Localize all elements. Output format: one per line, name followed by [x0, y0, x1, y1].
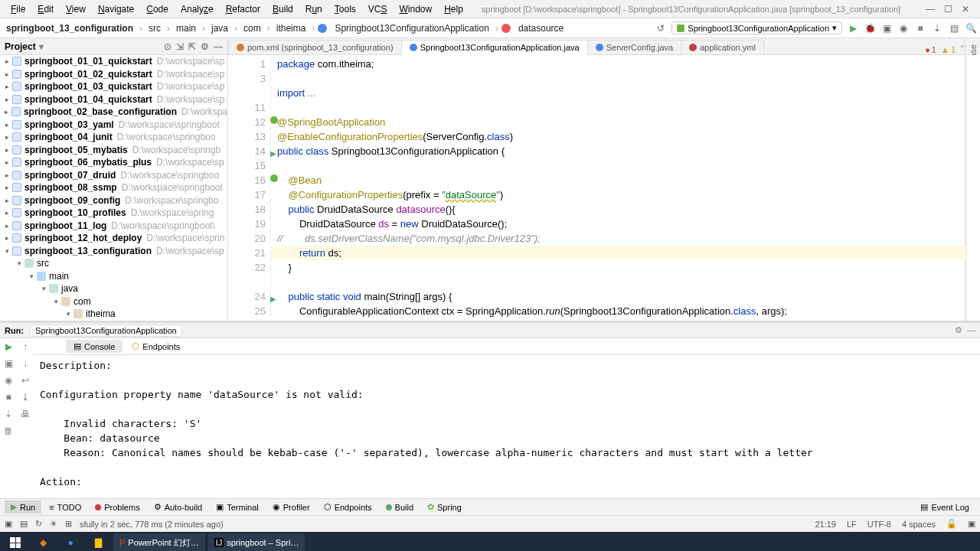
run-sidebar-icon[interactable]: ▣ — [5, 358, 13, 369]
status-icon[interactable]: ▤ — [20, 519, 28, 529]
crumb-src[interactable]: src — [145, 21, 164, 35]
event-log-tab[interactable]: ▤Event Log — [914, 500, 975, 514]
hide-icon[interactable]: — — [967, 325, 975, 335]
taskbar-chrome[interactable]: ● — [58, 533, 83, 551]
crumb-main[interactable]: main — [173, 21, 199, 35]
maximize-button[interactable]: ☐ — [944, 4, 952, 15]
hide-icon[interactable]: — — [214, 41, 223, 52]
rerun-button[interactable]: ▶ — [5, 341, 12, 352]
gear-icon[interactable]: ⚙ — [201, 41, 209, 52]
error-count-badge[interactable]: ● 1 — [925, 45, 936, 54]
tree-module[interactable]: ▸springboot_10_profilesD:\workspace\spri… — [0, 207, 227, 220]
status-icon[interactable]: ↻ — [35, 519, 42, 529]
tree-module[interactable]: ▸springboot_01_04_quickstartD:\workspace… — [0, 93, 227, 106]
tree-module[interactable]: ▸springboot_11_logD:\workspace\springboo… — [0, 220, 227, 233]
bottom-todo-tab[interactable]: ≡TODO — [43, 501, 87, 514]
bottom-spring-tab[interactable]: ✿Spring — [421, 500, 468, 514]
tree-module[interactable]: ▸springboot_01_03_quickstartD:\workspace… — [0, 80, 227, 93]
status-icon[interactable]: ▣ — [5, 519, 12, 529]
editor-tab[interactable]: Springboot13ConfigurationApplication.jav… — [401, 40, 588, 55]
menu-analyze[interactable]: Analyze — [175, 2, 220, 16]
minimize-button[interactable]: — — [926, 4, 935, 15]
menu-refactor[interactable]: Refactor — [220, 2, 266, 16]
menu-tools[interactable]: Tools — [328, 2, 362, 16]
readonly-lock-icon[interactable]: 🔓 — [946, 519, 957, 529]
taskbar-explorer[interactable]: ▇ — [86, 533, 110, 551]
run-config-display[interactable]: Springboot13ConfigurationApplication — [30, 324, 182, 337]
taskbar-powerpoint[interactable]: PPowerPoint 幻灯… — [113, 533, 205, 551]
menu-edit[interactable]: Edit — [31, 2, 60, 16]
stop-button[interactable]: ■ — [914, 22, 926, 34]
run-sidebar-icon[interactable]: ◉ — [5, 375, 12, 386]
run-sidebar-stop[interactable]: ■ — [5, 392, 11, 403]
console-output[interactable]: Description: Configuration property name… — [34, 355, 980, 498]
menu-navigate[interactable]: Navigate — [92, 2, 140, 16]
bottom-problems-tab[interactable]: Problems — [89, 501, 145, 514]
tree-dir[interactable]: ▾main — [0, 270, 227, 283]
menu-file[interactable]: File — [5, 2, 31, 16]
tree-module[interactable]: ▸springboot_07_druidD:\workspace\springb… — [0, 169, 227, 182]
expand-all-icon[interactable]: ⇲ — [176, 41, 184, 52]
editor-tab[interactable]: pom.xml (springboot_13_configuration) — [228, 40, 402, 54]
tree-module[interactable]: ▸springboot_03_yamlD:\workspace\springbo… — [0, 119, 227, 132]
editor-tab[interactable]: ServerConfig.java — [587, 40, 681, 54]
tree-dir[interactable]: ▾com — [0, 295, 227, 308]
menu-help[interactable]: Help — [438, 2, 469, 16]
endpoints-tab[interactable]: ⬡Endpoints — [124, 340, 188, 353]
editor-tab[interactable]: application.yml — [681, 40, 764, 54]
tree-module[interactable]: ▸springboot_06_mybatis_plusD:\workspace\… — [0, 156, 227, 169]
tree-module[interactable]: ▸springboot_02_base_configurationD:\work… — [0, 106, 227, 119]
tree-module[interactable]: ▸springboot_12_hot_deployD:\workspace\sp… — [0, 232, 227, 245]
bottom-run-tab[interactable]: ▶Run — [5, 500, 41, 514]
indent-setting[interactable]: 4 spaces — [902, 520, 936, 529]
tree-module[interactable]: ▸springboot_09_configD:\workspace\spring… — [0, 194, 227, 207]
file-encoding[interactable]: UTF-8 — [867, 520, 891, 529]
warning-count-badge[interactable]: ▲ 1 — [941, 45, 956, 54]
crumb-com[interactable]: com — [240, 21, 264, 35]
menu-vcs[interactable]: VCS — [362, 2, 394, 16]
select-opened-file-icon[interactable]: ⊙ — [164, 41, 172, 52]
run-config-selector[interactable]: Springboot13ConfigurationApplication ▾ — [671, 21, 842, 34]
caret-position[interactable]: 21:19 — [815, 520, 836, 529]
close-button[interactable]: ✕ — [962, 4, 969, 15]
menu-view[interactable]: View — [60, 2, 92, 16]
code-editor[interactable]: 1311121314▶151617181920212224▶25 package… — [228, 55, 980, 321]
print-icon[interactable]: 🖶 — [21, 409, 30, 419]
structure-button[interactable]: ▤ — [948, 22, 960, 34]
crumb-java[interactable]: java — [208, 21, 231, 35]
crumb-itheima[interactable]: itheima — [273, 21, 309, 35]
gear-icon[interactable]: ⚙ — [955, 325, 962, 335]
tree-module[interactable]: ▸springboot_04_junitD:\workspace\springb… — [0, 131, 227, 144]
tree-module[interactable]: ▸springboot_01_02_quickstartD:\workspace… — [0, 68, 227, 81]
start-button[interactable] — [3, 533, 28, 551]
run-sidebar-icon[interactable]: 🗑 — [4, 425, 13, 436]
run-button[interactable]: ▶ — [847, 22, 859, 34]
memory-indicator-icon[interactable]: ▣ — [968, 519, 975, 529]
menu-run[interactable]: Run — [299, 2, 328, 16]
tree-dir[interactable]: ▾java — [0, 282, 227, 295]
crumb-method[interactable]: datasource — [515, 21, 567, 35]
run-coverage-button[interactable]: ▣ — [880, 22, 893, 34]
menu-window[interactable]: Window — [393, 2, 438, 16]
bottom-endpoints-tab[interactable]: ⬡Endpoints — [318, 500, 378, 514]
profile-button[interactable]: ◉ — [897, 22, 910, 34]
run-down-icon[interactable]: ↓ — [23, 358, 28, 369]
tree-dir[interactable]: ▾src — [0, 257, 227, 270]
menu-build[interactable]: Build — [266, 2, 299, 16]
bottom-profiler-tab[interactable]: ◉Profiler — [266, 500, 316, 514]
bottom-autobuild-tab[interactable]: ⚙Auto-build — [148, 500, 209, 514]
tree-module-open[interactable]: ▾springboot_13_configurationD:\workspace… — [0, 245, 227, 258]
soft-wrap-icon[interactable]: ↩ — [21, 375, 29, 386]
tree-module[interactable]: ▸springboot_08_ssmpD:\workspace\springbo… — [0, 181, 227, 194]
bottom-build-tab[interactable]: Build — [380, 501, 420, 514]
crumb-module[interactable]: springboot_13_configuration — [3, 21, 136, 35]
tree-dir[interactable]: ▾itheima — [0, 308, 227, 321]
console-tab[interactable]: ▤Console — [66, 340, 122, 353]
scroll-end-icon[interactable]: ⤓ — [21, 392, 29, 403]
chevron-down-icon[interactable]: ▾ — [39, 41, 44, 52]
search-everywhere-button[interactable]: 🔍 — [965, 22, 977, 34]
bottom-terminal-tab[interactable]: ▣Terminal — [210, 500, 265, 514]
tree-module[interactable]: ▸springboot_01_01_quickstartD:\workspace… — [0, 55, 227, 68]
run-up-icon[interactable]: ↑ — [23, 341, 28, 352]
tree-module[interactable]: ▸springboot_05_mybatisD:\workspace\sprin… — [0, 144, 227, 157]
